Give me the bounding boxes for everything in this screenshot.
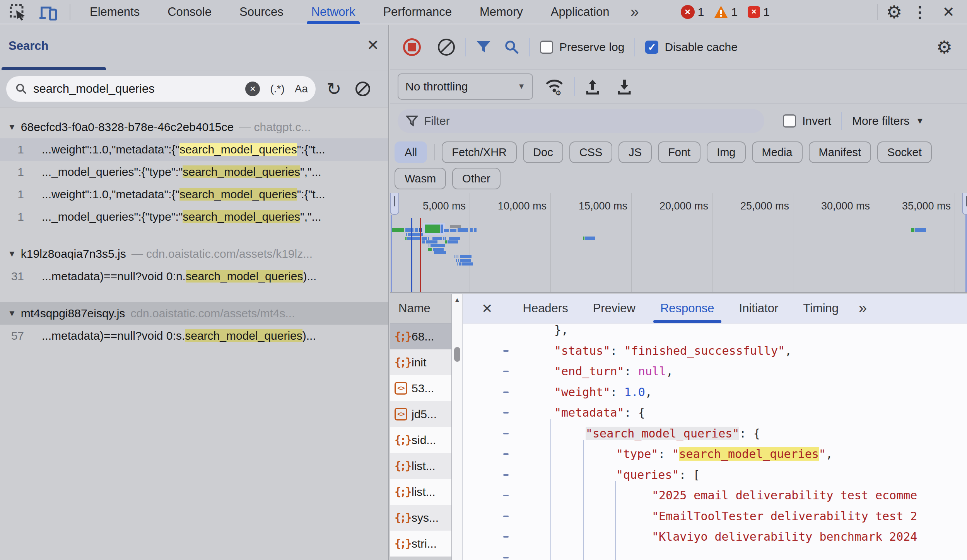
inspect-element-icon[interactable]	[7, 1, 29, 23]
error-badge[interactable]: ✕ 1	[681, 5, 704, 19]
search-match-row[interactable]: 1..._model_queries":{"type":"search_mode…	[0, 206, 388, 228]
close-devtools-icon[interactable]: ✕	[938, 3, 959, 20]
close-search-panel-icon[interactable]: ✕	[367, 37, 379, 54]
network-overview-timeline[interactable]: 5,000 ms10,000 ms15,000 ms20,000 ms25,00…	[390, 193, 967, 293]
search-match-row[interactable]: 1...weight":1.0,"metadata":{"search_mode…	[0, 183, 388, 206]
clear-search-results-icon[interactable]	[355, 82, 370, 96]
fold-marker-icon[interactable]	[503, 536, 509, 538]
chip-manifest[interactable]: Manifest	[809, 141, 871, 163]
chip-socket[interactable]: Socket	[877, 141, 932, 163]
chip-font[interactable]: Font	[658, 141, 700, 163]
fold-marker-icon[interactable]	[503, 371, 509, 372]
match-prefix: ...metadata)==null?void 0:s.	[42, 329, 185, 342]
more-detail-tabs-icon[interactable]: »	[851, 300, 875, 317]
request-row[interactable]: {;}stri...	[390, 531, 451, 557]
preserve-log-checkbox[interactable]	[540, 41, 553, 54]
overview-left-grip[interactable]	[390, 193, 399, 215]
search-input[interactable]	[33, 82, 245, 96]
waterfall-bar	[428, 248, 432, 251]
fold-marker-icon[interactable]	[503, 391, 509, 393]
detail-tab-headers[interactable]: Headers	[511, 293, 581, 323]
case-sensitive-toggle[interactable]: Aa	[295, 83, 308, 95]
match-suffix: )...	[302, 329, 316, 342]
chip-fetch-xhr[interactable]: Fetch/XHR	[442, 141, 517, 163]
chip-wasm[interactable]: Wasm	[395, 168, 446, 189]
regex-toggle[interactable]: (.*)	[270, 83, 284, 95]
chip-all[interactable]: All	[395, 141, 427, 163]
search-match-row[interactable]: 1...weight":1.0,"metadata":{"search_mode…	[0, 138, 388, 161]
search-result-group[interactable]: ▼68ecfcd3-f0a0-8328-b78e-46c2eb4015ce— c…	[0, 116, 388, 138]
request-row[interactable]: {;}sys...	[390, 505, 451, 531]
tab-memory[interactable]: Memory	[466, 0, 537, 24]
fold-marker-icon[interactable]	[503, 350, 509, 352]
tab-network[interactable]: Network	[297, 0, 369, 24]
chip-css[interactable]: CSS	[569, 141, 613, 163]
tab-elements[interactable]: Elements	[76, 0, 154, 24]
filter-toggle-icon[interactable]	[476, 40, 491, 54]
code-line-content: "type": "search_model_queries",	[616, 447, 833, 461]
more-tabs-icon[interactable]: »	[624, 3, 646, 20]
tab-sources[interactable]: Sources	[226, 0, 297, 24]
record-network-log-icon[interactable]	[403, 38, 421, 56]
request-row[interactable]: <>53...	[390, 375, 451, 401]
fold-marker-icon[interactable]	[503, 433, 509, 434]
response-body-viewer[interactable]: },"status": "finished_successfully","end…	[463, 324, 967, 560]
detail-tab-initiator[interactable]: Initiator	[727, 293, 791, 323]
chip-media[interactable]: Media	[752, 141, 803, 163]
tab-performance[interactable]: Performance	[369, 0, 465, 24]
tab-console[interactable]: Console	[154, 0, 226, 24]
search-result-group[interactable]: ▼k19lz8oaqia7n3s5.js— cdn.oaistatic.com/…	[0, 243, 388, 265]
fold-marker-icon[interactable]	[503, 557, 509, 558]
fold-marker-icon[interactable]	[503, 453, 509, 455]
fold-marker-icon[interactable]	[503, 495, 509, 496]
requests-scrollbar[interactable]: ▲	[452, 294, 463, 560]
fold-marker-icon[interactable]	[503, 474, 509, 476]
issues-badge[interactable]: ✕ 1	[748, 5, 770, 19]
request-row[interactable]: <>jd5...	[390, 401, 451, 427]
kebab-menu-icon[interactable]: ⋮	[905, 3, 935, 21]
search-match-row[interactable]: 57...metadata)==null?void 0:s.search_mod…	[0, 325, 388, 347]
request-row[interactable]: {;}init	[390, 349, 451, 375]
scrollbar-thumb[interactable]	[454, 347, 460, 362]
request-row[interactable]: {;}68...	[390, 323, 451, 349]
network-settings-gear-icon[interactable]: ⚙	[936, 38, 952, 56]
import-har-icon[interactable]	[585, 78, 600, 95]
search-match-row[interactable]: 31...metadata)==null?void 0:n.search_mod…	[0, 265, 388, 288]
filter-input[interactable]	[424, 114, 756, 128]
close-detail-icon[interactable]: ✕	[482, 301, 493, 316]
chip-img[interactable]: Img	[707, 141, 745, 163]
warning-badge[interactable]: 1	[714, 5, 738, 19]
clear-search-icon[interactable]: ✕	[245, 82, 260, 96]
fold-marker-icon[interactable]	[503, 516, 509, 517]
detail-tab-response[interactable]: Response	[648, 293, 727, 323]
disable-cache-checkbox[interactable]: ✓	[645, 41, 658, 54]
export-har-icon[interactable]	[617, 78, 632, 95]
request-row[interactable]: {;}list...	[390, 453, 451, 479]
invert-checkbox[interactable]	[783, 114, 796, 128]
device-toolbar-icon[interactable]	[36, 1, 61, 23]
json-request-icon: {;}	[395, 485, 412, 498]
clear-network-log-icon[interactable]	[438, 39, 455, 56]
chip-js[interactable]: JS	[618, 141, 652, 163]
throttling-dropdown[interactable]: No throttling ▼	[398, 73, 533, 100]
chip-other[interactable]: Other	[452, 168, 501, 189]
search-result-group[interactable]: ▼mt4sqpgi887eisqy.jscdn.oaistatic.com/as…	[0, 302, 388, 325]
fold-marker-icon[interactable]	[503, 412, 509, 414]
request-row[interactable]: {;}list...	[390, 479, 451, 505]
search-match-row[interactable]: 1..._model_queries":{"type":"search_mode…	[0, 161, 388, 183]
scroll-up-icon[interactable]: ▲	[452, 296, 462, 304]
detail-tab-preview[interactable]: Preview	[581, 293, 648, 323]
overview-right-grip[interactable]	[962, 193, 967, 215]
detail-tab-timing[interactable]: Timing	[791, 293, 851, 323]
refresh-search-icon[interactable]: ↻	[326, 80, 342, 98]
more-filters-button[interactable]: More filters	[852, 114, 909, 128]
tab-application[interactable]: Application	[537, 0, 624, 24]
settings-gear-icon[interactable]: ⚙	[886, 3, 902, 21]
search-tab-label[interactable]: Search	[9, 39, 48, 53]
name-column-header[interactable]: Name	[390, 294, 451, 323]
network-conditions-icon[interactable]: ⚙	[545, 78, 564, 95]
request-row[interactable]: {;}sid...	[390, 427, 451, 453]
code-token: :	[610, 344, 624, 357]
chip-doc[interactable]: Doc	[523, 141, 563, 163]
network-search-icon[interactable]	[504, 40, 519, 54]
